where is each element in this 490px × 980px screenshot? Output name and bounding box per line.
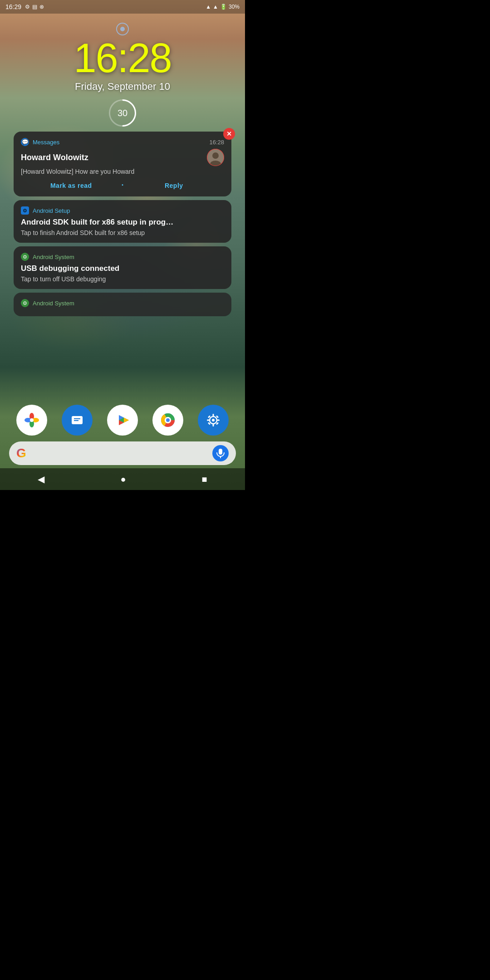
lock-icon xyxy=(116,23,129,35)
at-status-icon: ⊗ xyxy=(39,4,44,10)
notification-actions: Mark as read · Reply xyxy=(21,181,224,190)
svg-point-25 xyxy=(166,418,170,422)
google-g-logo: G xyxy=(16,446,26,461)
notification-avatar xyxy=(207,149,224,166)
lock-clock-area: 16:28 Friday, September 10 30 xyxy=(0,14,245,127)
battery-percent: 30% xyxy=(229,4,240,10)
notification-app: 💬 Messages xyxy=(21,138,59,146)
home-button[interactable]: ● xyxy=(111,470,135,488)
notification-header-setup: ⚙ Android Setup xyxy=(21,206,224,215)
dock-messages[interactable] xyxy=(62,405,93,436)
status-bar: 16:29 ⚙ ▤ ⊗ ▲ ▲ 🔋 30% xyxy=(0,0,245,14)
dock-settings[interactable] xyxy=(198,405,229,436)
notification-header-partial: ⚙ Android System xyxy=(21,299,224,307)
android-system-app-name: Android System xyxy=(33,254,74,260)
notification-app-setup: ⚙ Android Setup xyxy=(21,206,70,215)
reply-button[interactable]: Reply xyxy=(124,181,225,190)
sender-row: Howard Wolowitz xyxy=(21,149,224,166)
android-setup-icon: ⚙ xyxy=(21,206,29,215)
android-system-partial-icon: ⚙ xyxy=(21,299,29,307)
nav-bar: ◀ ● ■ xyxy=(0,468,245,490)
status-right: ▲ ▲ 🔋 30% xyxy=(206,4,240,10)
status-icons: ⚙ ▤ ⊗ xyxy=(25,4,44,10)
svg-point-28 xyxy=(212,419,215,421)
android-setup-message: Tap to finish Android SDK built for x86 … xyxy=(21,229,224,236)
android-setup-title: Android SDK built for x86 setup in prog… xyxy=(21,217,224,227)
countdown-number: 30 xyxy=(118,108,127,118)
android-system-icon: ⚙ xyxy=(21,253,29,261)
google-search-bar[interactable]: G xyxy=(9,441,236,465)
google-mic-button[interactable] xyxy=(212,445,229,461)
notification-app-partial: ⚙ Android System xyxy=(21,299,74,307)
wifi-icon: ▲ xyxy=(206,4,211,10)
clock-date: Friday, September 10 xyxy=(75,81,170,93)
battery-icon: 🔋 xyxy=(220,4,227,10)
signal-icon: ▲ xyxy=(213,4,218,10)
svg-point-1 xyxy=(212,152,219,159)
close-button[interactable]: ✕ xyxy=(223,128,235,140)
svg-rect-30 xyxy=(213,424,214,426)
message-status-icon: ▤ xyxy=(32,4,37,10)
svg-rect-32 xyxy=(217,420,220,421)
mark-as-read-button[interactable]: Mark as read xyxy=(21,181,122,190)
notifications-area: ✕ 💬 Messages 16:28 Howard Wolowitz [Howa… xyxy=(14,132,231,316)
usb-message: Tap to turn off USB debugging xyxy=(21,275,224,283)
svg-rect-31 xyxy=(207,420,210,421)
svg-rect-29 xyxy=(213,414,214,416)
notification-app-usb: ⚙ Android System xyxy=(21,253,74,261)
android-system-partial-name: Android System xyxy=(33,300,74,307)
lock-icon-inner xyxy=(120,27,125,31)
android-setup-app-name: Android Setup xyxy=(33,207,70,214)
dock-play-store[interactable] xyxy=(107,405,138,436)
dock-photos[interactable] xyxy=(16,405,47,436)
notification-android-system-usb[interactable]: ⚙ Android System USB debugging connected… xyxy=(14,246,231,289)
notification-android-system-partial[interactable]: ⚙ Android System xyxy=(14,293,231,316)
dock xyxy=(9,405,236,436)
dock-chrome[interactable] xyxy=(152,405,183,436)
svg-rect-37 xyxy=(219,449,222,455)
back-button[interactable]: ◀ xyxy=(29,470,54,488)
svg-point-9 xyxy=(30,418,34,422)
notification-sender: Howard Wolowitz xyxy=(21,153,88,162)
status-time: 16:29 xyxy=(5,3,21,10)
notification-header-usb: ⚙ Android System xyxy=(21,253,224,261)
notification-header: 💬 Messages 16:28 xyxy=(21,138,224,146)
countdown-circle: 30 xyxy=(109,99,136,127)
usb-title: USB debugging connected xyxy=(21,264,224,274)
settings-status-icon: ⚙ xyxy=(25,4,30,10)
status-left: 16:29 ⚙ ▤ ⊗ xyxy=(5,3,44,10)
notification-message: [Howard Wolowitz] How are you Howard xyxy=(21,168,224,175)
notification-android-setup[interactable]: ⚙ Android Setup Android SDK built for x8… xyxy=(14,200,231,243)
clock-time: 16:28 xyxy=(74,38,171,78)
messages-app-icon: 💬 xyxy=(21,138,29,146)
messages-time: 16:28 xyxy=(209,139,224,146)
recents-button[interactable]: ■ xyxy=(192,470,216,488)
messages-app-name: Messages xyxy=(33,139,59,146)
notification-messages[interactable]: ✕ 💬 Messages 16:28 Howard Wolowitz [Howa… xyxy=(14,132,231,196)
